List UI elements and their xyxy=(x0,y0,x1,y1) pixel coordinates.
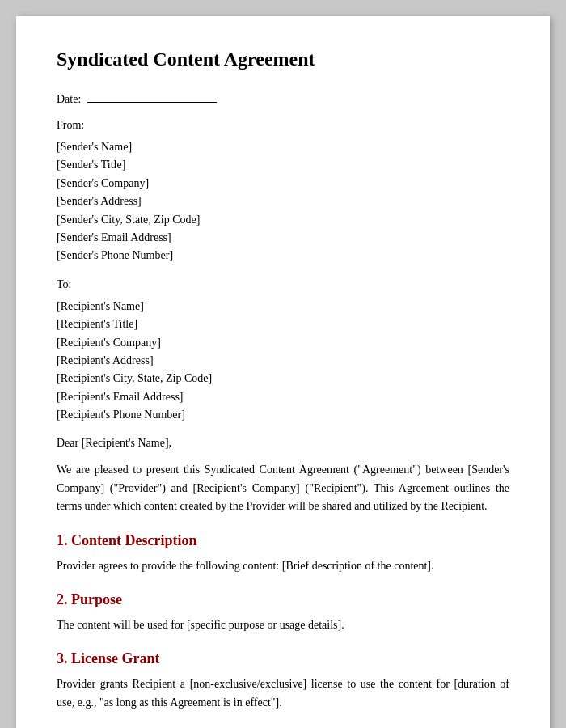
from-label: From: xyxy=(57,119,509,132)
sender-company: [Sender's Company] xyxy=(57,175,509,193)
sender-address: [Sender's Address] xyxy=(57,193,509,210)
recipient-address: [Recipient's Address] xyxy=(57,352,509,370)
recipient-company: [Recipient's Company] xyxy=(57,334,509,352)
date-label: Date: xyxy=(57,93,81,106)
section-1-heading: 1. Content Description xyxy=(57,532,509,549)
section-3: 3. License Grant Provider grants Recipie… xyxy=(57,650,509,712)
document-container: Syndicated Content Agreement Date: From:… xyxy=(16,16,550,728)
recipient-email: [Recipient's Email Address] xyxy=(57,388,509,406)
recipient-name: [Recipient's Name] xyxy=(57,298,509,315)
section-2: 2. Purpose The content will be used for … xyxy=(57,591,509,634)
sender-email: [Sender's Email Address] xyxy=(57,229,509,247)
date-line: Date: xyxy=(57,90,509,106)
document-title: Syndicated Content Agreement xyxy=(57,49,509,70)
section-3-text: Provider grants Recipient a [non-exclusi… xyxy=(57,675,509,712)
date-underline xyxy=(87,90,217,103)
sender-name: [Sender's Name] xyxy=(57,138,509,156)
recipient-block: [Recipient's Name] [Recipient's Title] [… xyxy=(57,298,509,425)
section-2-text: The content will be used for [specific p… xyxy=(57,616,509,634)
sender-title: [Sender's Title] xyxy=(57,156,509,174)
to-label: To: xyxy=(57,278,509,291)
section-2-heading: 2. Purpose xyxy=(57,591,509,608)
section-1-text: Provider agrees to provide the following… xyxy=(57,557,509,575)
recipient-phone: [Recipient's Phone Number] xyxy=(57,406,509,424)
sender-block: [Sender's Name] [Sender's Title] [Sender… xyxy=(57,138,509,265)
section-3-heading: 3. License Grant xyxy=(57,650,509,667)
recipient-city-state-zip: [Recipient's City, State, Zip Code] xyxy=(57,370,509,387)
sender-city-state-zip: [Sender's City, State, Zip Code] xyxy=(57,211,509,229)
intro-paragraph: We are pleased to present this Syndicate… xyxy=(57,461,509,515)
recipient-title: [Recipient's Title] xyxy=(57,315,509,333)
sender-phone: [Sender's Phone Number] xyxy=(57,247,509,265)
section-1: 1. Content Description Provider agrees t… xyxy=(57,532,509,575)
dear-line: Dear [Recipient's Name], xyxy=(57,437,509,450)
